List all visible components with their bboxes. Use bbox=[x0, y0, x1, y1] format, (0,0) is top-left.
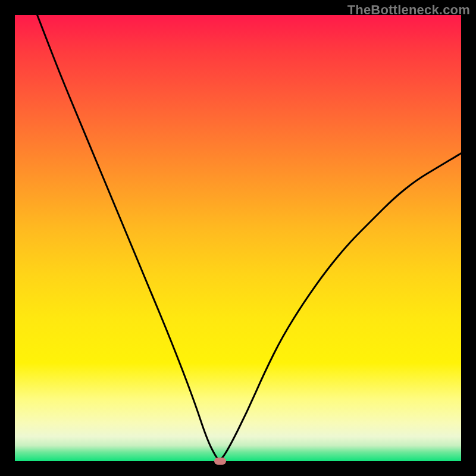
chart-frame: TheBottleneck.com bbox=[0, 0, 476, 476]
optimal-marker bbox=[214, 458, 226, 465]
bottleneck-curve bbox=[37, 15, 462, 459]
plot-area bbox=[15, 15, 461, 461]
curve-svg bbox=[15, 15, 461, 461]
